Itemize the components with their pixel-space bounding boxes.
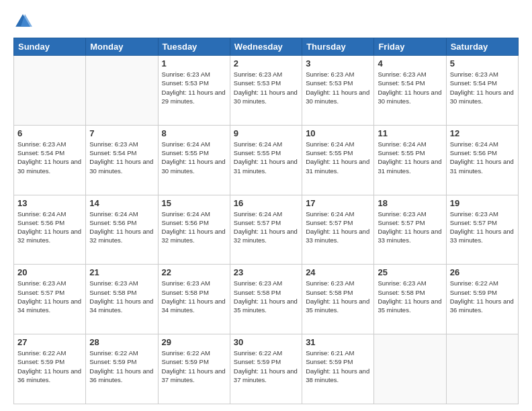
calendar-weekday-monday: Monday [86, 38, 158, 56]
calendar-cell: 28Sunrise: 6:22 AM Sunset: 5:59 PM Dayli… [86, 334, 158, 404]
day-info: Sunrise: 6:24 AM Sunset: 5:56 PM Dayligh… [89, 210, 154, 245]
day-info: Sunrise: 6:22 AM Sunset: 5:59 PM Dayligh… [17, 349, 82, 384]
calendar-cell: 3Sunrise: 6:23 AM Sunset: 5:53 PM Daylig… [302, 56, 374, 126]
day-number: 4 [378, 58, 442, 68]
day-number: 2 [234, 58, 298, 68]
calendar-cell [446, 334, 518, 404]
day-info: Sunrise: 6:23 AM Sunset: 5:58 PM Dayligh… [234, 279, 298, 314]
day-number: 22 [162, 267, 226, 277]
calendar-cell: 15Sunrise: 6:24 AM Sunset: 5:56 PM Dayli… [158, 195, 230, 265]
day-info: Sunrise: 6:23 AM Sunset: 5:53 PM Dayligh… [234, 70, 298, 105]
day-info: Sunrise: 6:24 AM Sunset: 5:55 PM Dayligh… [162, 140, 226, 175]
calendar-cell: 9Sunrise: 6:24 AM Sunset: 5:55 PM Daylig… [230, 125, 302, 195]
calendar-cell: 2Sunrise: 6:23 AM Sunset: 5:53 PM Daylig… [230, 56, 302, 126]
calendar-cell: 23Sunrise: 6:23 AM Sunset: 5:58 PM Dayli… [230, 265, 302, 334]
day-info: Sunrise: 6:23 AM Sunset: 5:57 PM Dayligh… [450, 210, 515, 245]
day-number: 10 [306, 128, 370, 138]
day-number: 31 [306, 337, 370, 347]
day-number: 27 [17, 337, 82, 347]
day-number: 19 [450, 198, 515, 208]
calendar-cell: 4Sunrise: 6:23 AM Sunset: 5:54 PM Daylig… [374, 56, 446, 126]
day-info: Sunrise: 6:22 AM Sunset: 5:59 PM Dayligh… [162, 349, 226, 384]
calendar-header-row: SundayMondayTuesdayWednesdayThursdayFrid… [14, 38, 519, 56]
calendar-cell: 13Sunrise: 6:24 AM Sunset: 5:56 PM Dayli… [14, 195, 86, 265]
calendar-cell: 25Sunrise: 6:23 AM Sunset: 5:58 PM Dayli… [374, 265, 446, 334]
calendar-weekday-sunday: Sunday [14, 38, 86, 56]
day-number: 6 [17, 128, 82, 138]
calendar-weekday-friday: Friday [374, 38, 446, 56]
day-number: 25 [378, 267, 442, 277]
calendar-cell: 24Sunrise: 6:23 AM Sunset: 5:58 PM Dayli… [302, 265, 374, 334]
calendar-week-5: 27Sunrise: 6:22 AM Sunset: 5:59 PM Dayli… [14, 334, 519, 404]
day-number: 24 [306, 267, 370, 277]
logo-icon [13, 12, 32, 31]
day-number: 13 [17, 198, 82, 208]
calendar-cell [86, 56, 158, 126]
calendar-week-2: 6Sunrise: 6:23 AM Sunset: 5:54 PM Daylig… [14, 125, 519, 195]
calendar-cell [14, 56, 86, 126]
day-info: Sunrise: 6:23 AM Sunset: 5:54 PM Dayligh… [89, 140, 154, 175]
day-number: 15 [162, 198, 226, 208]
day-number: 8 [162, 128, 226, 138]
calendar-cell: 14Sunrise: 6:24 AM Sunset: 5:56 PM Dayli… [86, 195, 158, 265]
calendar-cell: 17Sunrise: 6:24 AM Sunset: 5:57 PM Dayli… [302, 195, 374, 265]
day-number: 3 [306, 58, 370, 68]
calendar-weekday-thursday: Thursday [302, 38, 374, 56]
calendar-cell: 19Sunrise: 6:23 AM Sunset: 5:57 PM Dayli… [446, 195, 518, 265]
day-number: 21 [89, 267, 154, 277]
calendar-cell: 5Sunrise: 6:23 AM Sunset: 5:54 PM Daylig… [446, 56, 518, 126]
calendar: SundayMondayTuesdayWednesdayThursdayFrid… [13, 38, 519, 404]
calendar-weekday-wednesday: Wednesday [230, 38, 302, 56]
day-info: Sunrise: 6:23 AM Sunset: 5:57 PM Dayligh… [17, 279, 82, 314]
day-number: 7 [89, 128, 154, 138]
day-number: 26 [450, 267, 515, 277]
header [13, 12, 519, 31]
day-number: 16 [234, 198, 298, 208]
calendar-cell: 12Sunrise: 6:24 AM Sunset: 5:56 PM Dayli… [446, 125, 518, 195]
calendar-cell: 1Sunrise: 6:23 AM Sunset: 5:53 PM Daylig… [158, 56, 230, 126]
day-number: 20 [17, 267, 82, 277]
day-info: Sunrise: 6:22 AM Sunset: 5:59 PM Dayligh… [450, 279, 515, 314]
day-info: Sunrise: 6:23 AM Sunset: 5:58 PM Dayligh… [162, 279, 226, 314]
day-number: 30 [234, 337, 298, 347]
day-info: Sunrise: 6:21 AM Sunset: 5:59 PM Dayligh… [306, 349, 370, 384]
day-info: Sunrise: 6:22 AM Sunset: 5:59 PM Dayligh… [234, 349, 298, 384]
day-number: 17 [306, 198, 370, 208]
day-info: Sunrise: 6:23 AM Sunset: 5:53 PM Dayligh… [162, 70, 226, 105]
day-number: 11 [378, 128, 442, 138]
day-info: Sunrise: 6:24 AM Sunset: 5:55 PM Dayligh… [306, 140, 370, 175]
day-number: 9 [234, 128, 298, 138]
calendar-cell: 10Sunrise: 6:24 AM Sunset: 5:55 PM Dayli… [302, 125, 374, 195]
day-info: Sunrise: 6:24 AM Sunset: 5:56 PM Dayligh… [450, 140, 515, 175]
calendar-cell: 8Sunrise: 6:24 AM Sunset: 5:55 PM Daylig… [158, 125, 230, 195]
calendar-cell: 21Sunrise: 6:23 AM Sunset: 5:58 PM Dayli… [86, 265, 158, 334]
day-info: Sunrise: 6:24 AM Sunset: 5:57 PM Dayligh… [306, 210, 370, 245]
calendar-cell: 27Sunrise: 6:22 AM Sunset: 5:59 PM Dayli… [14, 334, 86, 404]
calendar-week-1: 1Sunrise: 6:23 AM Sunset: 5:53 PM Daylig… [14, 56, 519, 126]
day-info: Sunrise: 6:23 AM Sunset: 5:54 PM Dayligh… [17, 140, 82, 175]
day-info: Sunrise: 6:24 AM Sunset: 5:56 PM Dayligh… [162, 210, 226, 245]
day-info: Sunrise: 6:23 AM Sunset: 5:53 PM Dayligh… [306, 70, 370, 105]
calendar-cell: 26Sunrise: 6:22 AM Sunset: 5:59 PM Dayli… [446, 265, 518, 334]
page: SundayMondayTuesdayWednesdayThursdayFrid… [0, 0, 532, 411]
day-info: Sunrise: 6:23 AM Sunset: 5:58 PM Dayligh… [306, 279, 370, 314]
day-number: 5 [450, 58, 515, 68]
day-info: Sunrise: 6:22 AM Sunset: 5:59 PM Dayligh… [89, 349, 154, 384]
day-number: 29 [162, 337, 226, 347]
calendar-cell: 29Sunrise: 6:22 AM Sunset: 5:59 PM Dayli… [158, 334, 230, 404]
calendar-week-4: 20Sunrise: 6:23 AM Sunset: 5:57 PM Dayli… [14, 265, 519, 334]
calendar-cell: 22Sunrise: 6:23 AM Sunset: 5:58 PM Dayli… [158, 265, 230, 334]
day-info: Sunrise: 6:23 AM Sunset: 5:58 PM Dayligh… [89, 279, 154, 314]
calendar-cell: 11Sunrise: 6:24 AM Sunset: 5:55 PM Dayli… [374, 125, 446, 195]
day-info: Sunrise: 6:24 AM Sunset: 5:55 PM Dayligh… [234, 140, 298, 175]
day-number: 23 [234, 267, 298, 277]
calendar-cell: 31Sunrise: 6:21 AM Sunset: 5:59 PM Dayli… [302, 334, 374, 404]
calendar-week-3: 13Sunrise: 6:24 AM Sunset: 5:56 PM Dayli… [14, 195, 519, 265]
calendar-weekday-tuesday: Tuesday [158, 38, 230, 56]
calendar-cell: 30Sunrise: 6:22 AM Sunset: 5:59 PM Dayli… [230, 334, 302, 404]
calendar-body: 1Sunrise: 6:23 AM Sunset: 5:53 PM Daylig… [14, 56, 519, 404]
logo [13, 12, 34, 31]
day-info: Sunrise: 6:23 AM Sunset: 5:54 PM Dayligh… [378, 70, 442, 105]
day-info: Sunrise: 6:23 AM Sunset: 5:57 PM Dayligh… [378, 210, 442, 245]
day-info: Sunrise: 6:23 AM Sunset: 5:54 PM Dayligh… [450, 70, 515, 105]
